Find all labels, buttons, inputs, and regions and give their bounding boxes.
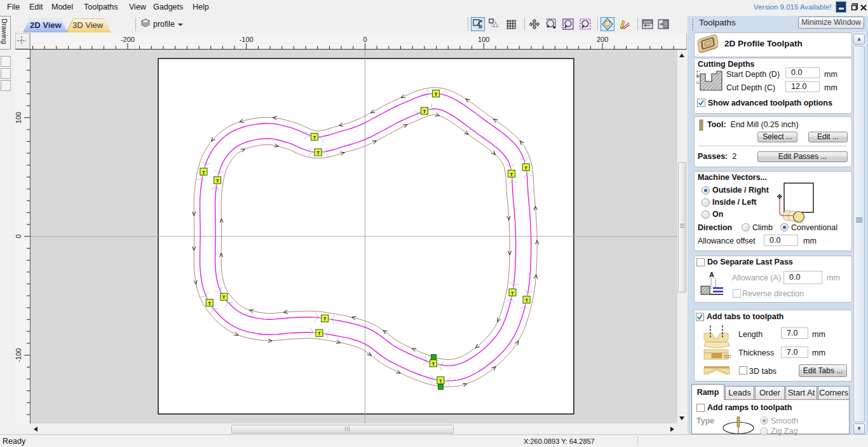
svg-text:T: T (323, 316, 327, 322)
svg-text:-100: -100 (240, 36, 254, 43)
svg-text:0: 0 (363, 36, 367, 43)
svg-text:-200: -200 (121, 36, 135, 43)
svg-text:100: 100 (478, 36, 489, 43)
svg-text:-100: -100 (15, 348, 22, 362)
svg-text:T: T (313, 135, 316, 141)
svg-text:200: 200 (597, 36, 608, 43)
svg-text:T: T (524, 165, 527, 171)
svg-text:100: 100 (15, 112, 22, 123)
svg-text:C: C (696, 81, 700, 85)
svg-text:T: T (216, 178, 219, 184)
svg-text:T: T (208, 301, 211, 306)
svg-text:A: A (709, 271, 714, 279)
svg-text:T: T (202, 170, 205, 175)
svg-text:T: T (439, 378, 442, 384)
svg-text:T: T (525, 298, 528, 303)
svg-text:T: T (423, 109, 426, 114)
svg-text:0: 0 (15, 235, 22, 238)
svg-text:T: T (510, 172, 513, 177)
svg-text:T: T (435, 92, 438, 97)
svg-text:T: T (316, 150, 320, 156)
svg-text:T: T (222, 294, 226, 300)
svg-text:T: T (511, 291, 514, 296)
svg-text:T: T (318, 331, 321, 336)
svg-text:T: T (431, 361, 435, 367)
svg-text:D: D (696, 74, 700, 78)
